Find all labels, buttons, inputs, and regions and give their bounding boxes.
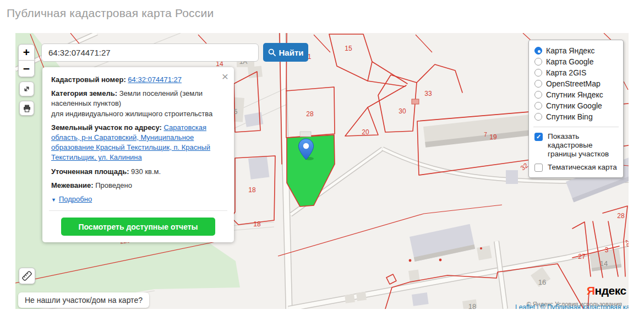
radio-icon[interactable] [534,47,542,55]
radio-icon[interactable] [534,69,542,77]
layer-option[interactable]: Спутник Яндекс [534,89,618,100]
layer-option-label: Карта Яндекс [546,46,594,55]
layer-option[interactable]: Карта Google [534,56,618,67]
category-label: Категория земель: [51,89,117,97]
expand-icon [23,85,31,93]
radio-icon[interactable] [534,102,542,110]
close-icon[interactable]: × [222,70,228,82]
printer-icon [23,104,31,113]
area-label: Уточненная площадь: [51,167,129,176]
layer-checkbox[interactable]: ✓Показать кадастровые границы участков [534,132,618,159]
zoom-out-button[interactable]: − [18,61,35,77]
search-button-label: Найти [279,48,304,57]
chevron-down-icon: ▼ [51,197,56,204]
address-label: Земельный участок по адресу: [51,123,162,132]
layer-option-label: Спутник Google [546,101,602,110]
parcel-label: 15 [345,45,352,52]
building-label: 16 [538,278,546,286]
search-input[interactable] [41,44,259,62]
zoom-in-button[interactable]: + [18,44,35,61]
checkbox-icon[interactable]: ✓ [534,133,543,141]
parcel-label: 33 [424,90,432,97]
yandex-logo-rest: ндекс [595,284,626,297]
layer-option[interactable]: OpenStreetMap [534,78,618,89]
measure-tool-button[interactable] [19,268,35,284]
fullscreen-button[interactable] [19,82,34,96]
survey-value: Проведено [95,181,132,189]
map-container[interactable]: 1411528203033719321818225017728283271А51… [15,33,629,309]
parcel-label: 7 [484,132,487,138]
parcel-label: 20 [362,128,369,136]
layer-option[interactable]: Спутник Bing [534,111,618,122]
layer-option[interactable]: Спутник Google [534,100,618,111]
building-label: 18 [468,302,476,309]
cadastral-number-label: Кадастровый номер: [51,75,126,84]
parcel-label: 27 [578,253,586,260]
checkbox-label: Тематическая карта [548,163,617,172]
category-value2: для индивидуального жилищного строительс… [51,110,212,118]
yandex-logo[interactable]: Яндекс [587,284,626,297]
parcel-label: 30 [399,107,406,115]
zoom-controls: + − [18,44,35,77]
radio-icon[interactable] [534,113,542,121]
layer-option-label: Спутник Яндекс [546,90,603,99]
yandex-logo-first: Я [587,284,595,297]
search-button[interactable]: Найти [263,43,308,62]
not-found-prompt[interactable]: Не нашли участок/дом на карте? [18,292,149,308]
page-title: Публичная кадастровая карта России [7,7,214,20]
parcel-info-popup: × Кадастровый номер: 64:32:074471:27 Кат… [42,67,234,242]
details-toggle[interactable]: ▼Подробно [51,194,225,204]
radio-icon[interactable] [534,91,542,99]
layer-option-label: Карта 2GIS [546,68,586,77]
small-building [300,132,311,137]
leaflet-attribution[interactable]: Leaflet | © Публичная кадастровая карта … [515,303,629,309]
parcel-label: 19 [489,133,497,141]
building-label: 14 [600,259,608,268]
checkbox-icon[interactable] [534,164,543,172]
panel-divider [533,127,619,127]
layer-options: Карта ЯндексКарта GoogleКарта 2GISOpenSt… [534,45,618,122]
layer-option[interactable]: Карта Яндекс [534,45,618,56]
layer-option-label: OpenStreetMap [546,79,601,88]
details-link[interactable]: Подробно [59,195,92,203]
view-reports-button[interactable]: Посмотреть доступные отчеты [61,218,215,236]
radio-icon[interactable] [534,58,542,66]
building-label: 5 [234,108,238,116]
layer-option[interactable]: Карта 2GIS [534,67,618,78]
ruler-icon [21,270,33,282]
popup-divider [49,210,227,211]
survey-label: Межевание: [51,181,94,189]
parcel-label: 18 [253,220,261,228]
layers-panel: Карта ЯндексКарта GoogleКарта 2GISOpenSt… [528,40,624,178]
layer-checkbox[interactable]: Тематическая карта [534,163,618,172]
checkbox-label: Показать кадастровые границы участков [548,132,618,159]
parcel-label: 3 [605,246,609,254]
layer-option-label: Карта Google [546,57,594,66]
layer-option-label: Спутник Bing [546,112,593,121]
search-icon [268,48,276,56]
parcel-label: 28 [306,110,314,118]
print-button[interactable] [19,101,34,116]
parcel-label: 18 [248,186,256,194]
parcel-label: 28 [617,212,625,220]
layer-checkboxes: ✓Показать кадастровые границы участковТе… [534,132,618,172]
radio-icon[interactable] [534,80,542,88]
area-value: 930 кв.м. [131,167,161,176]
cadastral-number-link[interactable]: 64:32:074471:27 [128,75,182,84]
